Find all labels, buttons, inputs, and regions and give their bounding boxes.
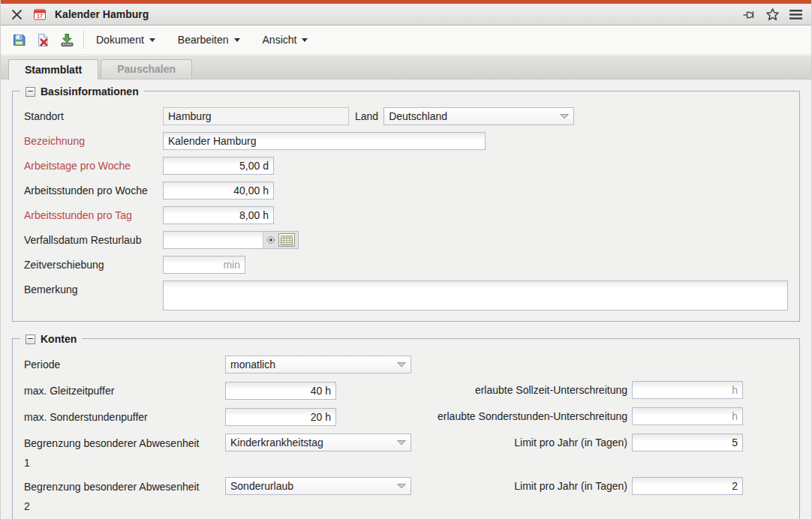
dropdown-arrow-icon <box>397 362 406 368</box>
tab-strip: Stammblatt Pauschalen <box>1 55 811 80</box>
standort-field <box>163 107 349 125</box>
app-window: 17 Kalender Hamburg <box>0 0 812 519</box>
stunden-woche-label: Arbeitsstunden pro Woche <box>24 182 163 200</box>
calendar-icon: 17 <box>32 6 48 22</box>
row-standort: Standort Land Deutschland <box>24 107 788 125</box>
dropdown-arrow-icon <box>397 440 406 446</box>
row-bemerkung: Bemerkung <box>24 280 788 310</box>
abwesenheit-2-label-line2: 2 <box>24 496 225 516</box>
menu-dokument-label: Dokument <box>96 34 144 46</box>
limit-1-label: Limit pro Jahr (in Tagen) <box>514 434 627 452</box>
periode-label: Periode <box>24 355 225 374</box>
section-basis-legend: Basisinformationen <box>20 84 144 99</box>
pin-icon[interactable] <box>741 6 757 22</box>
land-dropdown[interactable]: Deutschland <box>383 107 574 125</box>
tab-pauschalen[interactable]: Pauschalen <box>101 59 192 79</box>
sollzeit-field[interactable] <box>632 381 743 399</box>
section-konten: Konten Periode monatlich max. Gleitzeitp… <box>12 338 800 519</box>
limit-2-field[interactable] <box>632 477 743 495</box>
limit-2-label: Limit pro Jahr (in Tagen) <box>514 477 627 495</box>
sonderstundenpuffer-label: max. Sonderstundenpuffer <box>24 407 225 427</box>
menu-bearbeiten[interactable]: Bearbeiten <box>172 30 246 50</box>
verfallsdatum-date-widget <box>163 231 299 249</box>
verfallsdatum-field[interactable] <box>164 232 263 248</box>
bezeichnung-field[interactable] <box>163 132 486 150</box>
gleitzeitpuffer-label: max. Gleitzeitpuffer <box>24 381 225 400</box>
save-icon[interactable] <box>8 30 29 50</box>
menu-bearbeiten-label: Bearbeiten <box>178 34 229 46</box>
calendar-grid-icon <box>281 236 293 245</box>
discard-document-icon[interactable] <box>32 30 53 50</box>
menu-dokument[interactable]: Dokument <box>90 30 161 50</box>
land-label: Land <box>355 107 378 125</box>
gleitzeitpuffer-field[interactable] <box>225 382 336 400</box>
row-periode: Periode monatlich <box>24 355 788 374</box>
abwesenheit-1-label-line2: 1 <box>24 453 225 472</box>
sollzeit-label: erlaubte Sollzeit-Unterschreitung <box>475 381 627 399</box>
abwesenheit-1-label: Begrenzung besonderer Abwesenheit 1 <box>24 434 225 472</box>
menu-ansicht-label: Ansicht <box>263 34 297 46</box>
menu-ansicht[interactable]: Ansicht <box>257 30 314 50</box>
sonderstunden-unter-field[interactable] <box>632 407 743 425</box>
sonderstunden-unter-label: erlaubte Sonderstunden-Unterschreitung <box>438 407 627 425</box>
limit-1-field[interactable] <box>632 434 743 452</box>
toolbar: Dokument Bearbeiten Ansicht <box>1 26 811 55</box>
sonderstundenpuffer-field[interactable] <box>225 408 336 426</box>
row-sonderstundenpuffer: max. Sonderstundenpuffer erlaubte Sonder… <box>24 407 788 427</box>
row-abwesenheit-2: Begrenzung besonderer Abwesenheit 2 Sond… <box>24 477 788 516</box>
arbeitstage-label: Arbeitstage pro Woche <box>24 157 163 175</box>
section-basis-title: Basisinformationen <box>41 84 139 99</box>
periode-dropdown-value: monatlich <box>230 358 397 370</box>
bemerkung-field[interactable] <box>163 280 788 310</box>
collapse-minus-icon[interactable] <box>26 87 35 97</box>
dropdown-arrow-icon <box>560 114 569 119</box>
row-zeitverschiebung: Zeitverschiebung <box>24 256 788 274</box>
row-stunden-tag: Arbeitsstunden pro Tag <box>24 206 788 224</box>
dropdown-arrow-icon <box>397 484 406 489</box>
section-konten-title: Konten <box>41 332 77 346</box>
chevron-down-icon <box>302 38 308 45</box>
abwesenheit-1-dropdown[interactable]: Kinderkrankheitstag <box>225 434 411 452</box>
window-title: Kalender Hamburg <box>55 8 149 20</box>
row-arbeitstage: Arbeitstage pro Woche <box>24 157 788 175</box>
abwesenheit-2-label: Begrenzung besonderer Abwesenheit 2 <box>24 477 225 516</box>
row-abwesenheit-1: Begrenzung besonderer Abwesenheit 1 Kind… <box>24 434 788 472</box>
collapse-minus-icon[interactable] <box>26 334 35 344</box>
chevron-down-icon <box>149 38 155 45</box>
star-icon[interactable] <box>764 6 780 22</box>
calendar-picker-button[interactable] <box>278 233 295 247</box>
form-content: Basisinformationen Standort Land Deutsch… <box>1 91 811 519</box>
title-bar: 17 Kalender Hamburg <box>1 4 811 26</box>
row-bezeichnung: Bezeichnung <box>24 132 788 150</box>
export-icon[interactable] <box>56 30 77 50</box>
row-gleitzeitpuffer: max. Gleitzeitpuffer erlaubte Sollzeit-U… <box>24 381 788 400</box>
abwesenheit-2-dropdown[interactable]: Sonderurlaub <box>225 477 411 495</box>
bezeichnung-label: Bezeichnung <box>24 132 163 150</box>
toolbar-separator <box>83 31 84 49</box>
row-stunden-woche: Arbeitsstunden pro Woche <box>24 182 788 200</box>
close-icon[interactable] <box>8 6 25 22</box>
section-basisinformationen: Basisinformationen Standort Land Deutsch… <box>12 91 800 322</box>
stunden-woche-field[interactable] <box>163 182 274 200</box>
section-konten-legend: Konten <box>20 332 82 346</box>
standort-label: Standort <box>24 107 163 125</box>
zeitverschiebung-label: Zeitverschiebung <box>24 256 163 274</box>
stunden-tag-label: Arbeitsstunden pro Tag <box>24 206 163 224</box>
sonderstunden-unter-group: erlaubte Sonderstunden-Unterschreitung <box>438 407 743 425</box>
land-dropdown-value: Deutschland <box>389 110 560 122</box>
limit-2-group: Limit pro Jahr (in Tagen) <box>514 477 743 495</box>
abwesenheit-2-dropdown-value: Sonderurlaub <box>230 480 397 492</box>
verfallsdatum-label: Verfallsdatum Resturlaub <box>24 231 163 249</box>
date-widget-buttons <box>263 232 298 248</box>
row-verfallsdatum: Verfallsdatum Resturlaub <box>24 231 788 249</box>
bemerkung-label: Bemerkung <box>24 280 163 298</box>
svg-text:17: 17 <box>37 14 43 19</box>
abwesenheit-2-label-line1: Begrenzung besonderer Abwesenheit <box>24 477 225 496</box>
zeitverschiebung-field[interactable] <box>163 256 245 274</box>
hamburger-menu-icon[interactable] <box>787 6 804 22</box>
stunden-tag-field[interactable] <box>163 206 274 224</box>
arbeitstage-field[interactable] <box>163 157 274 175</box>
today-radio-icon[interactable] <box>266 236 275 244</box>
periode-dropdown[interactable]: monatlich <box>225 356 411 374</box>
tab-stammblatt[interactable]: Stammblatt <box>8 59 98 80</box>
